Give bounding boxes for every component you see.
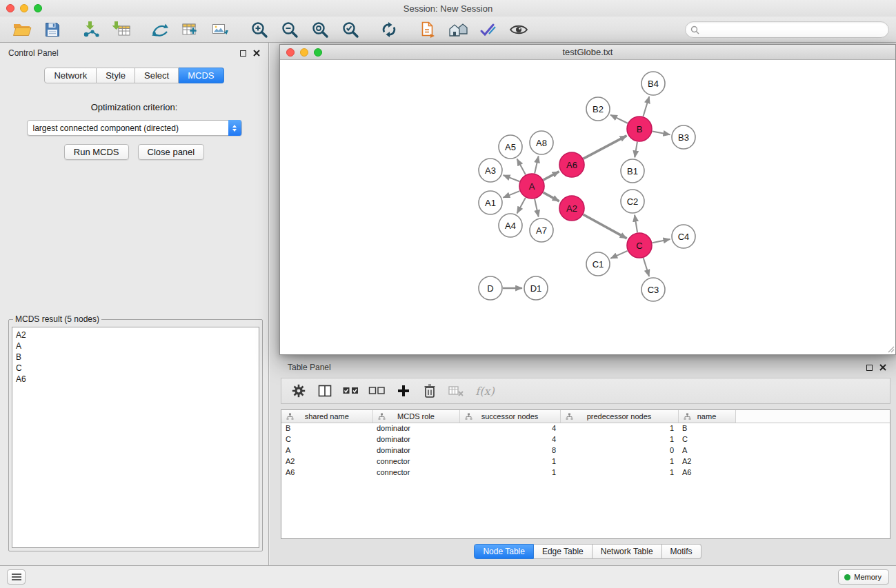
graph-node-A3[interactable]: A3 <box>479 159 502 182</box>
graph-edge-A-A4[interactable] <box>517 198 526 214</box>
network-canvas[interactable]: B4B2BB3A5A8A6B1A3AC2A1A2A4A7CC4C1C3DD1 <box>280 60 895 354</box>
graph-edge-A-A7[interactable] <box>535 199 539 217</box>
table-row[interactable]: Cdominator41C <box>281 434 890 445</box>
import-table-button[interactable] <box>109 19 134 41</box>
graph-edge-A-A8[interactable] <box>535 156 539 174</box>
graph-node-A6[interactable]: A6 <box>559 152 584 177</box>
graph-node-D[interactable]: D <box>479 276 502 300</box>
export-image-button[interactable] <box>208 19 233 41</box>
deselect-all-button[interactable] <box>364 380 390 402</box>
graph-node-A7[interactable]: A7 <box>530 219 553 242</box>
close-window-button[interactable] <box>6 4 14 12</box>
zoom-out-button[interactable] <box>277 19 302 41</box>
import-network-button[interactable] <box>79 19 103 41</box>
column-header-shared-name[interactable]: shared name <box>281 410 372 423</box>
task-history-button[interactable] <box>7 569 26 585</box>
fullscreen-window-button[interactable] <box>34 4 42 12</box>
table-close-icon[interactable] <box>879 364 886 371</box>
mcds-result-item[interactable]: C <box>16 363 255 374</box>
open-session-button[interactable] <box>10 19 34 41</box>
table-row[interactable]: Adominator80A <box>281 445 890 456</box>
mcds-result-item[interactable]: A6 <box>16 374 255 385</box>
home-button[interactable] <box>446 19 470 41</box>
graph-node-A8[interactable]: A8 <box>530 131 553 154</box>
graph-edge-A-A2[interactable] <box>544 192 559 201</box>
table-row[interactable]: Bdominator41B <box>281 423 890 434</box>
column-header-successor-nodes[interactable]: successor nodes <box>459 410 560 423</box>
add-row-button[interactable] <box>390 380 417 402</box>
graphics-details-button[interactable] <box>476 19 501 41</box>
tab-mcds[interactable]: MCDS <box>179 68 223 83</box>
tab-edge-table[interactable]: Edge Table <box>534 544 593 559</box>
new-table-button[interactable] <box>178 19 203 41</box>
show-columns-button[interactable] <box>312 380 338 402</box>
new-network-button[interactable] <box>148 19 172 41</box>
tab-style[interactable]: Style <box>97 68 135 83</box>
column-header-name[interactable]: name <box>678 410 735 423</box>
graph-node-C3[interactable]: C3 <box>641 278 665 301</box>
tab-network[interactable]: Network <box>44 68 97 83</box>
graph-node-A1[interactable]: A1 <box>479 191 502 214</box>
graph-node-C4[interactable]: C4 <box>672 225 695 248</box>
table-row[interactable]: A2connector11A2 <box>281 456 890 467</box>
column-header-predecessor-nodes[interactable]: predecessor nodes <box>560 410 678 423</box>
graph-node-B2[interactable]: B2 <box>586 97 610 121</box>
refresh-button[interactable] <box>377 19 401 41</box>
table-row[interactable]: A6connector11A6 <box>281 467 890 478</box>
zoom-fit-button[interactable] <box>308 19 332 41</box>
tab-network-table[interactable]: Network Table <box>593 544 662 559</box>
graph-node-A5[interactable]: A5 <box>499 135 522 159</box>
select-all-button[interactable] <box>338 380 364 402</box>
mcds-result-item[interactable]: A <box>16 341 255 352</box>
graph-node-B[interactable]: B <box>627 116 652 141</box>
tab-motifs[interactable]: Motifs <box>662 544 701 559</box>
mcds-result-item[interactable]: A2 <box>16 330 255 341</box>
minimize-window-button[interactable] <box>20 4 28 12</box>
graph-node-A4[interactable]: A4 <box>499 214 522 237</box>
delete-row-button[interactable] <box>417 380 443 402</box>
network-zoom-button[interactable] <box>314 48 322 57</box>
tab-select[interactable]: Select <box>135 68 179 83</box>
criterion-dropdown[interactable]: largest connected component (directed) <box>27 120 242 136</box>
network-minimize-button[interactable] <box>300 48 308 57</box>
graph-edge-A-A1[interactable] <box>504 191 520 198</box>
zoom-selected-button[interactable] <box>338 19 363 41</box>
run-mcds-button[interactable]: Run MCDS <box>64 144 129 160</box>
network-close-button[interactable] <box>286 48 295 57</box>
duplicate-network-button[interactable] <box>415 19 440 41</box>
graph-edge-C-C2[interactable] <box>635 215 637 232</box>
mcds-result-item[interactable]: B <box>16 352 255 363</box>
graph-node-C2[interactable]: C2 <box>621 190 644 213</box>
memory-button[interactable]: Memory <box>838 569 889 585</box>
graph-node-B1[interactable]: B1 <box>621 159 644 183</box>
graph-node-C1[interactable]: C1 <box>586 252 610 276</box>
network-graph[interactable]: B4B2BB3A5A8A6B1A3AC2A1A2A4A7CC4C1C3DD1 <box>280 60 895 354</box>
table-settings-button[interactable] <box>286 380 312 402</box>
close-panel-icon[interactable] <box>253 50 260 57</box>
graph-edge-B-B3[interactable] <box>653 132 670 135</box>
graph-edge-A-A3[interactable] <box>504 175 520 181</box>
tab-node-table[interactable]: Node Table <box>474 544 534 559</box>
graph-edge-A-A5[interactable] <box>517 159 526 175</box>
search-input[interactable] <box>685 21 889 38</box>
mcds-result-list[interactable]: A2ABCA6 <box>12 327 259 548</box>
graph-node-A2[interactable]: A2 <box>559 196 584 221</box>
table-float-button[interactable] <box>866 365 873 371</box>
graph-edge-B-B4[interactable] <box>644 97 650 116</box>
graph-node-D1[interactable]: D1 <box>524 276 548 300</box>
zoom-in-button[interactable] <box>247 19 272 41</box>
delete-table-button[interactable] <box>443 380 469 402</box>
column-header-MCDS-role[interactable]: MCDS role <box>372 410 459 423</box>
graph-edge-C-C4[interactable] <box>653 239 670 243</box>
graph-edge-A2-C[interactable] <box>584 214 627 239</box>
graph-edge-B-B2[interactable] <box>610 115 628 123</box>
graph-node-B4[interactable]: B4 <box>641 72 665 95</box>
graph-edge-B-B1[interactable] <box>635 142 637 158</box>
graph-node-C[interactable]: C <box>627 233 652 258</box>
show-hide-button[interactable] <box>506 19 531 41</box>
graph-edge-C-C1[interactable] <box>610 251 627 258</box>
graph-edge-C-C3[interactable] <box>644 258 649 276</box>
graph-edge-A-A6[interactable] <box>544 172 559 180</box>
function-builder-button[interactable]: f(x) <box>469 380 501 402</box>
graph-edge-A6-B[interactable] <box>584 136 627 159</box>
